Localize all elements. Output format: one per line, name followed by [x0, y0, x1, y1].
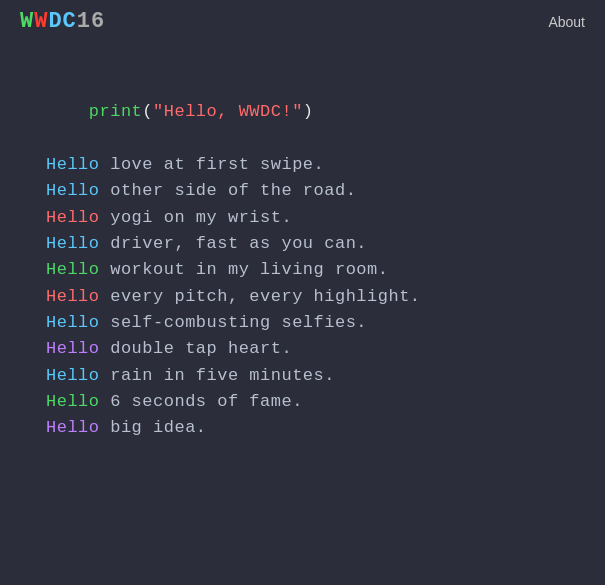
hello-line-8: Hello rain in five minutes. [46, 363, 559, 389]
logo-w2: W [34, 9, 48, 34]
hello-word: Hello [46, 155, 100, 174]
logo-c: C [63, 9, 77, 34]
hello-line-4: Hello workout in my living room. [46, 257, 559, 283]
hello-line-9: Hello 6 seconds of fame. [46, 389, 559, 415]
logo-6: 6 [91, 9, 105, 34]
hello-rest: every pitch, every highlight. [100, 287, 421, 306]
hello-word: Hello [46, 234, 100, 253]
hello-rest: other side of the road. [100, 181, 357, 200]
hello-word: Hello [46, 208, 100, 227]
main-content: print("Hello, WWDC!") Hello love at firs… [0, 43, 605, 462]
header: WWDC16 About [0, 0, 605, 43]
hello-word: Hello [46, 260, 100, 279]
hello-line-3: Hello driver, fast as you can. [46, 231, 559, 257]
logo: WWDC16 [20, 9, 113, 34]
logo-d: D [48, 9, 62, 34]
hello-word: Hello [46, 339, 100, 358]
hello-rest: driver, fast as you can. [100, 234, 368, 253]
hello-word: Hello [46, 287, 100, 306]
hello-line-7: Hello double tap heart. [46, 336, 559, 362]
hello-word: Hello [46, 366, 100, 385]
hello-line-2: Hello yogi on my wrist. [46, 205, 559, 231]
logo-w1: W [20, 9, 34, 34]
hello-word: Hello [46, 313, 100, 332]
hello-rest: workout in my living room. [100, 260, 389, 279]
hello-rest: rain in five minutes. [100, 366, 335, 385]
about-button[interactable]: About [548, 14, 585, 30]
hello-rest: love at first swipe. [100, 155, 325, 174]
print-line: print("Hello, WWDC!") [46, 73, 559, 152]
hello-word: Hello [46, 418, 100, 437]
open-paren: ( [142, 102, 153, 121]
hello-line-0: Hello love at first swipe. [46, 152, 559, 178]
hello-line-6: Hello self-combusting selfies. [46, 310, 559, 336]
hello-rest: yogi on my wrist. [100, 208, 293, 227]
hello-word: Hello [46, 181, 100, 200]
hello-lines: Hello love at first swipe.Hello other si… [46, 152, 559, 442]
print-keyword: print [89, 102, 143, 121]
close-paren: ) [303, 102, 314, 121]
hello-rest: self-combusting selfies. [100, 313, 368, 332]
hello-line-1: Hello other side of the road. [46, 178, 559, 204]
hello-rest: big idea. [100, 418, 207, 437]
hello-line-10: Hello big idea. [46, 415, 559, 441]
hello-word: Hello [46, 392, 100, 411]
hello-rest: 6 seconds of fame. [100, 392, 303, 411]
logo-1: 1 [77, 9, 91, 34]
print-string: "Hello, WWDC!" [153, 102, 303, 121]
hello-line-5: Hello every pitch, every highlight. [46, 284, 559, 310]
hello-rest: double tap heart. [100, 339, 293, 358]
